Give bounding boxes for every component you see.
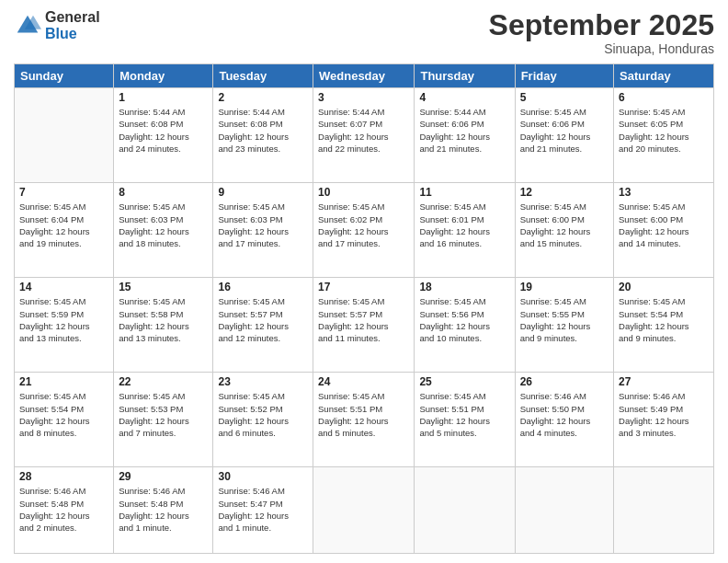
day-info: Sunrise: 5:45 AM Sunset: 5:57 PM Dayligh…: [218, 295, 308, 344]
week-row-1: 1Sunrise: 5:44 AM Sunset: 6:08 PM Daylig…: [15, 88, 714, 183]
calendar-cell: 11Sunrise: 5:45 AM Sunset: 6:01 PM Dayli…: [415, 183, 515, 278]
day-info: Sunrise: 5:45 AM Sunset: 5:51 PM Dayligh…: [318, 390, 409, 439]
day-info: Sunrise: 5:45 AM Sunset: 6:05 PM Dayligh…: [619, 106, 709, 155]
day-info: Sunrise: 5:44 AM Sunset: 6:06 PM Dayligh…: [419, 106, 509, 155]
week-row-2: 7Sunrise: 5:45 AM Sunset: 6:04 PM Daylig…: [15, 183, 714, 278]
calendar-cell: 24Sunrise: 5:45 AM Sunset: 5:51 PM Dayli…: [313, 373, 415, 467]
day-number: 4: [419, 91, 509, 104]
calendar-cell: 18Sunrise: 5:45 AM Sunset: 5:56 PM Dayli…: [415, 278, 515, 373]
calendar-cell: 8Sunrise: 5:45 AM Sunset: 6:03 PM Daylig…: [114, 183, 213, 278]
calendar-cell: [15, 88, 114, 183]
day-number: 22: [119, 375, 208, 388]
day-info: Sunrise: 5:45 AM Sunset: 6:04 PM Dayligh…: [19, 201, 108, 249]
logo-icon: [14, 12, 41, 40]
week-row-4: 21Sunrise: 5:45 AM Sunset: 5:54 PM Dayli…: [15, 373, 714, 467]
day-number: 28: [19, 470, 108, 483]
calendar-cell: 13Sunrise: 5:45 AM Sunset: 6:00 PM Dayli…: [614, 183, 714, 278]
calendar-cell: 5Sunrise: 5:45 AM Sunset: 6:06 PM Daylig…: [515, 88, 613, 183]
week-row-3: 14Sunrise: 5:45 AM Sunset: 5:59 PM Dayli…: [15, 278, 714, 373]
location: Sinuapa, Honduras: [489, 41, 714, 56]
day-number: 19: [520, 281, 609, 293]
day-info: Sunrise: 5:45 AM Sunset: 6:02 PM Dayligh…: [318, 201, 409, 249]
day-number: 13: [619, 186, 709, 199]
day-number: 12: [520, 186, 609, 199]
col-saturday: Saturday: [614, 64, 714, 88]
day-info: Sunrise: 5:45 AM Sunset: 6:01 PM Dayligh…: [419, 201, 509, 249]
header: General Blue September 2025 Sinuapa, Hon…: [14, 9, 714, 56]
day-info: Sunrise: 5:44 AM Sunset: 6:08 PM Dayligh…: [218, 106, 308, 155]
day-info: Sunrise: 5:45 AM Sunset: 6:00 PM Dayligh…: [520, 201, 609, 249]
day-info: Sunrise: 5:45 AM Sunset: 5:54 PM Dayligh…: [619, 295, 709, 344]
day-number: 23: [218, 375, 308, 388]
logo-blue: Blue: [45, 26, 100, 42]
calendar-header-row: Sunday Monday Tuesday Wednesday Thursday…: [15, 64, 714, 88]
day-number: 10: [318, 186, 409, 199]
day-info: Sunrise: 5:45 AM Sunset: 5:57 PM Dayligh…: [318, 295, 409, 344]
calendar-cell: 15Sunrise: 5:45 AM Sunset: 5:58 PM Dayli…: [114, 278, 213, 373]
day-info: Sunrise: 5:45 AM Sunset: 6:03 PM Dayligh…: [218, 201, 308, 249]
day-info: Sunrise: 5:45 AM Sunset: 6:00 PM Dayligh…: [619, 201, 709, 249]
calendar-cell: 29Sunrise: 5:46 AM Sunset: 5:48 PM Dayli…: [114, 467, 213, 554]
day-number: 27: [619, 375, 709, 388]
day-info: Sunrise: 5:46 AM Sunset: 5:49 PM Dayligh…: [619, 390, 709, 439]
day-number: 1: [119, 91, 208, 104]
col-thursday: Thursday: [415, 64, 515, 88]
page: General Blue September 2025 Sinuapa, Hon…: [0, 0, 728, 563]
day-info: Sunrise: 5:45 AM Sunset: 5:58 PM Dayligh…: [119, 295, 208, 344]
day-number: 26: [520, 375, 609, 388]
day-info: Sunrise: 5:45 AM Sunset: 5:56 PM Dayligh…: [419, 295, 509, 344]
day-number: 24: [318, 375, 409, 388]
calendar-cell: 1Sunrise: 5:44 AM Sunset: 6:08 PM Daylig…: [114, 88, 213, 183]
calendar-cell: 10Sunrise: 5:45 AM Sunset: 6:02 PM Dayli…: [313, 183, 415, 278]
calendar-cell: 23Sunrise: 5:45 AM Sunset: 5:52 PM Dayli…: [213, 373, 313, 467]
calendar-cell: [614, 467, 714, 554]
calendar-cell: 27Sunrise: 5:46 AM Sunset: 5:49 PM Dayli…: [614, 373, 714, 467]
col-monday: Monday: [114, 64, 213, 88]
logo-general: General: [45, 9, 100, 26]
day-number: 8: [119, 186, 208, 199]
calendar-cell: 7Sunrise: 5:45 AM Sunset: 6:04 PM Daylig…: [15, 183, 114, 278]
day-info: Sunrise: 5:45 AM Sunset: 5:53 PM Dayligh…: [119, 390, 208, 439]
day-info: Sunrise: 5:44 AM Sunset: 6:08 PM Dayligh…: [119, 106, 208, 155]
day-info: Sunrise: 5:45 AM Sunset: 6:06 PM Dayligh…: [520, 106, 609, 155]
calendar-cell: 2Sunrise: 5:44 AM Sunset: 6:08 PM Daylig…: [213, 88, 313, 183]
day-info: Sunrise: 5:45 AM Sunset: 5:54 PM Dayligh…: [19, 390, 108, 439]
day-number: 18: [419, 281, 509, 293]
logo-text: General Blue: [45, 9, 100, 41]
calendar-cell: 21Sunrise: 5:45 AM Sunset: 5:54 PM Dayli…: [15, 373, 114, 467]
calendar-cell: 19Sunrise: 5:45 AM Sunset: 5:55 PM Dayli…: [515, 278, 613, 373]
calendar-cell: [415, 467, 515, 554]
calendar-table: Sunday Monday Tuesday Wednesday Thursday…: [14, 63, 714, 554]
day-info: Sunrise: 5:45 AM Sunset: 6:03 PM Dayligh…: [119, 201, 208, 249]
day-number: 11: [419, 186, 509, 199]
day-number: 3: [318, 91, 409, 104]
day-number: 6: [619, 91, 709, 104]
day-info: Sunrise: 5:44 AM Sunset: 6:07 PM Dayligh…: [318, 106, 409, 155]
calendar-cell: 22Sunrise: 5:45 AM Sunset: 5:53 PM Dayli…: [114, 373, 213, 467]
day-number: 30: [218, 470, 308, 483]
day-info: Sunrise: 5:45 AM Sunset: 5:55 PM Dayligh…: [520, 295, 609, 344]
day-number: 21: [19, 375, 108, 388]
calendar-cell: 9Sunrise: 5:45 AM Sunset: 6:03 PM Daylig…: [213, 183, 313, 278]
calendar-cell: 25Sunrise: 5:45 AM Sunset: 5:51 PM Dayli…: [415, 373, 515, 467]
day-number: 5: [520, 91, 609, 104]
calendar-cell: 30Sunrise: 5:46 AM Sunset: 5:47 PM Dayli…: [213, 467, 313, 554]
calendar-cell: 6Sunrise: 5:45 AM Sunset: 6:05 PM Daylig…: [614, 88, 714, 183]
day-info: Sunrise: 5:45 AM Sunset: 5:51 PM Dayligh…: [419, 390, 509, 439]
day-info: Sunrise: 5:46 AM Sunset: 5:48 PM Dayligh…: [19, 485, 108, 534]
calendar-cell: 4Sunrise: 5:44 AM Sunset: 6:06 PM Daylig…: [415, 88, 515, 183]
day-number: 29: [119, 470, 208, 483]
day-number: 9: [218, 186, 308, 199]
day-number: 25: [419, 375, 509, 388]
week-row-5: 28Sunrise: 5:46 AM Sunset: 5:48 PM Dayli…: [15, 467, 714, 554]
title-block: September 2025 Sinuapa, Honduras: [489, 9, 714, 56]
day-number: 17: [318, 281, 409, 293]
calendar-cell: [515, 467, 613, 554]
calendar-cell: 12Sunrise: 5:45 AM Sunset: 6:00 PM Dayli…: [515, 183, 613, 278]
day-info: Sunrise: 5:46 AM Sunset: 5:48 PM Dayligh…: [119, 485, 208, 534]
day-number: 14: [19, 281, 108, 293]
calendar-cell: 20Sunrise: 5:45 AM Sunset: 5:54 PM Dayli…: [614, 278, 714, 373]
day-number: 7: [19, 186, 108, 199]
calendar-cell: 16Sunrise: 5:45 AM Sunset: 5:57 PM Dayli…: [213, 278, 313, 373]
day-number: 15: [119, 281, 208, 293]
